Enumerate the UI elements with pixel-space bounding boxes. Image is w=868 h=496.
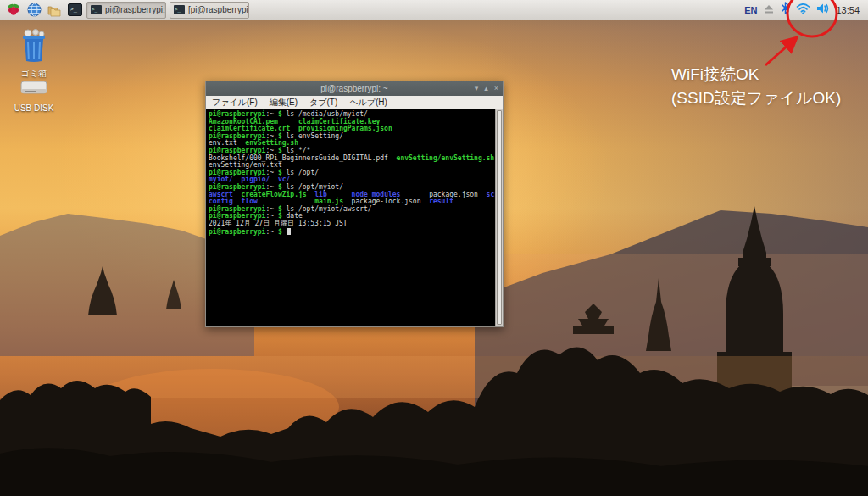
menu-item-2[interactable]: タブ(T) <box>309 97 337 109</box>
maximize-button[interactable]: ▴ <box>484 85 488 92</box>
usb-disk-icon <box>19 78 48 98</box>
menu-item-1[interactable]: 編集(E) <box>270 97 298 109</box>
raspberry-menu-icon[interactable] <box>5 2 22 19</box>
terminal-body[interactable]: pi@raspberrypi:~ $ ls /media/usb/myiot/A… <box>206 109 495 326</box>
wifi-icon[interactable] <box>796 3 810 18</box>
terminal-icon[interactable]: >_ <box>66 2 83 19</box>
browser-globe-icon[interactable] <box>25 2 42 19</box>
taskbar-windows: >_pi@raspberrypi: ~>_[pi@raspberrypi: ~] <box>86 2 249 19</box>
desktop-icon-usb-disk[interactable]: USB DISK <box>7 78 61 113</box>
file-manager-icon[interactable] <box>46 2 63 19</box>
taskbar: >_ >_pi@raspberrypi: ~>_[pi@raspberrypi:… <box>0 0 868 20</box>
scrollbar-thumb[interactable] <box>497 110 502 325</box>
terminal-line: pi@raspberrypi:~ $ <box>209 228 495 237</box>
taskbar-window-label: pi@raspberrypi: ~ <box>105 5 166 14</box>
shade-button[interactable]: ▾ <box>475 85 479 92</box>
terminal-window: pi@raspberrypi: ~ ▾ ▴ × ファイル(F)編集(E)タブ(T… <box>205 81 504 327</box>
annotation-text: WiFi接続OK (SSID設定ファイルOK) <box>671 63 841 110</box>
usb-disk-label: USB DISK <box>7 103 61 113</box>
input-method-indicator[interactable]: EN <box>744 5 757 15</box>
terminal-title: pi@raspberrypi: ~ <box>206 84 503 93</box>
window-controls: ▾ ▴ × <box>475 81 498 96</box>
terminal-icon: >_ <box>91 5 102 14</box>
desktop: >_ >_pi@raspberrypi: ~>_[pi@raspberrypi:… <box>0 0 868 496</box>
eject-icon[interactable] <box>763 3 775 18</box>
taskbar-window-button-1[interactable]: >_[pi@raspberrypi: ~] <box>170 2 249 19</box>
taskbar-window-button-0[interactable]: >_pi@raspberrypi: ~ <box>86 2 166 19</box>
terminal-body-wrap: pi@raspberrypi:~ $ ls /media/usb/myiot/A… <box>206 109 503 326</box>
menu-item-0[interactable]: ファイル(F) <box>212 97 258 109</box>
clock[interactable]: 13:54 <box>836 5 860 15</box>
svg-text:>_: >_ <box>70 6 77 13</box>
annotation-line2: (SSID設定ファイルOK) <box>671 86 841 110</box>
terminal-scrollbar[interactable] <box>495 109 503 326</box>
bluetooth-icon[interactable] <box>781 2 790 18</box>
close-button[interactable]: × <box>494 85 498 92</box>
taskbar-window-label: [pi@raspberrypi: ~] <box>188 5 249 14</box>
menu-item-3[interactable]: ヘルプ(H) <box>349 97 387 109</box>
volume-icon[interactable] <box>816 3 830 18</box>
terminal-line: 2021年 12月 27日 月曜日 13:53:15 JST <box>209 220 495 228</box>
system-tray: EN <box>744 2 863 18</box>
desktop-icon-trash[interactable]: ゴミ箱 <box>7 29 61 80</box>
terminal-menubar: ファイル(F)編集(E)タブ(T)ヘルプ(H) <box>206 96 503 109</box>
trash-icon <box>18 29 50 63</box>
terminal-icon: >_ <box>174 5 185 14</box>
annotation-line1: WiFi接続OK <box>671 63 841 86</box>
terminal-titlebar[interactable]: pi@raspberrypi: ~ ▾ ▴ × <box>206 81 503 96</box>
